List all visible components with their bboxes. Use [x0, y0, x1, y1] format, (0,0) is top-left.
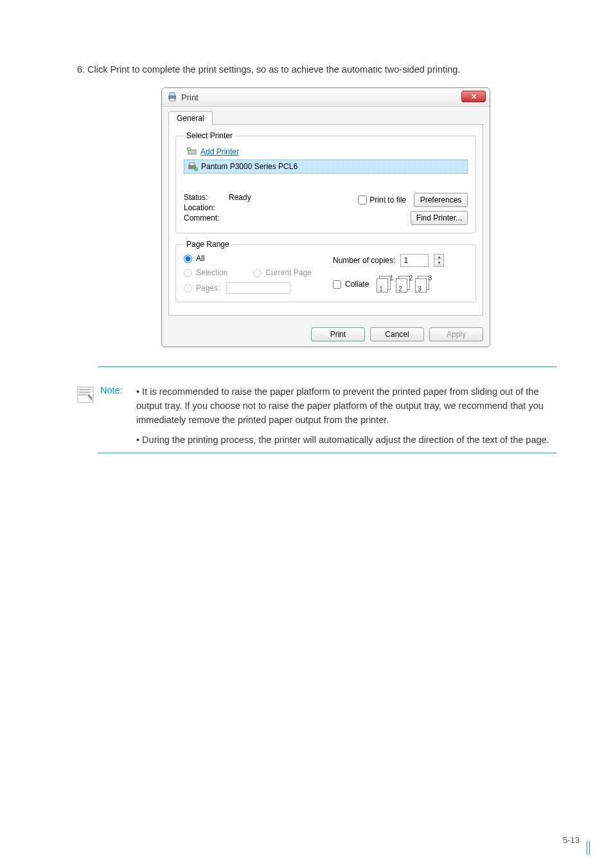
- radio-current-page: [253, 269, 262, 277]
- collate-checkbox[interactable]: [333, 280, 341, 289]
- spinner-down-icon[interactable]: ▼: [434, 260, 443, 266]
- printer-selected-icon: [187, 161, 199, 172]
- print-dialog: Print ✕ General Select Printer Add Print…: [161, 87, 490, 347]
- radio-all[interactable]: [184, 255, 192, 263]
- radio-all-label: All: [196, 254, 204, 263]
- num-copies-spinner[interactable]: ▲ ▼: [434, 254, 444, 267]
- spinner-up-icon[interactable]: ▲: [434, 255, 443, 260]
- note-rule-top: [98, 366, 556, 367]
- page-number: 5-13: [563, 835, 580, 845]
- svg-rect-9: [79, 389, 91, 390]
- cancel-button[interactable]: Cancel: [370, 327, 424, 341]
- dialog-titlebar: Print ✕: [162, 88, 490, 107]
- apply-button: Apply: [429, 327, 483, 341]
- radio-all-row: All: [184, 254, 333, 263]
- svg-rect-1: [170, 93, 175, 96]
- note-block: Note: • It is recommended to raise the p…: [77, 380, 556, 448]
- num-copies-label: Number of copies:: [333, 256, 395, 265]
- find-printer-button[interactable]: Find Printer...: [411, 211, 468, 225]
- printer-selected-label: Pantum P3000 Series PCL6: [201, 162, 298, 171]
- add-printer-icon: [186, 147, 198, 157]
- svg-rect-11: [79, 394, 87, 395]
- select-printer-group: Select Printer Add Printer Pantum P3000 …: [175, 131, 476, 233]
- pages-input: [226, 282, 290, 294]
- page-range-legend: Page Range: [184, 240, 232, 249]
- collate-label: Collate: [345, 280, 369, 289]
- add-printer-link[interactable]: Add Printer: [200, 147, 239, 156]
- instruction-text: 6. Click Print to complete the print set…: [77, 64, 574, 75]
- dialog-title: Print: [181, 93, 199, 102]
- status-value: Ready: [229, 193, 251, 202]
- print-button[interactable]: Print: [311, 327, 365, 341]
- radio-pages: [184, 284, 192, 293]
- add-printer-item[interactable]: Add Printer: [184, 145, 468, 158]
- note-paragraph-2: • During the printing process, the print…: [136, 433, 556, 448]
- num-copies-input[interactable]: [400, 254, 429, 267]
- close-button[interactable]: ✕: [461, 91, 486, 102]
- page-range-group: Page Range All Selection: [175, 240, 476, 302]
- tab-general[interactable]: General: [168, 111, 213, 125]
- note-label: Note:: [100, 385, 130, 448]
- location-label: Location:: [184, 203, 229, 212]
- comment-label: Comment:: [184, 213, 229, 222]
- note-rule-bottom: [98, 453, 556, 453]
- printer-icon: [167, 92, 177, 102]
- note-icon: [77, 386, 94, 448]
- svg-rect-6: [190, 163, 195, 165]
- close-icon: ✕: [471, 93, 477, 101]
- note-paragraph-1: • It is recommended to raise the paper p…: [136, 385, 556, 427]
- print-to-file-label: Print to file: [369, 195, 406, 204]
- preferences-button[interactable]: Preferences: [414, 193, 468, 207]
- printer-selected-item[interactable]: Pantum P3000 Series PCL6: [184, 159, 468, 174]
- radio-current-page-label: Current Page: [265, 268, 311, 277]
- radio-selection: [184, 269, 192, 277]
- tabstrip: General: [168, 111, 483, 124]
- collate-icon: 1 1 2 2: [377, 276, 432, 293]
- svg-rect-10: [79, 392, 91, 393]
- radio-pages-label: Pages:: [196, 284, 220, 293]
- print-to-file-checkbox[interactable]: [358, 195, 367, 204]
- radio-selection-label: Selection: [196, 268, 227, 277]
- page-side-rule: [587, 841, 590, 855]
- select-printer-legend: Select Printer: [184, 131, 235, 140]
- status-label: Status:: [184, 193, 229, 202]
- svg-rect-2: [170, 98, 175, 101]
